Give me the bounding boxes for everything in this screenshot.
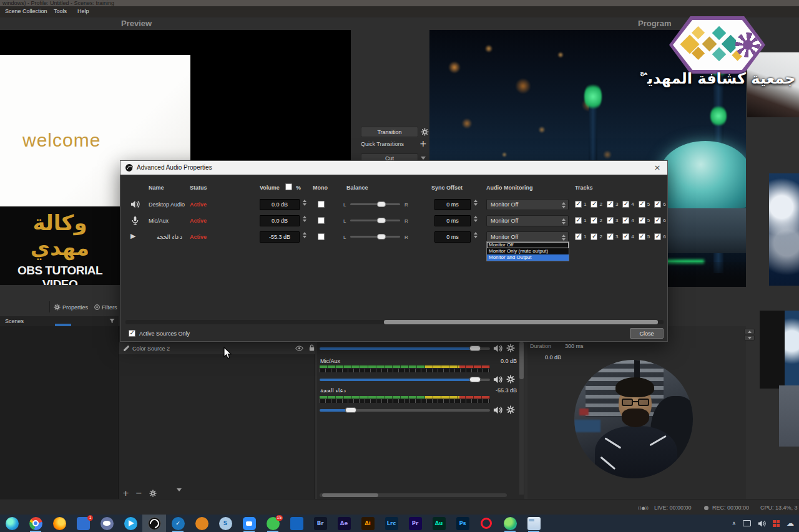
media-mute-speaker-icon[interactable] (493, 405, 502, 415)
track-5-checkbox[interactable]: 5 (639, 201, 650, 208)
taskbar-lightroom-icon[interactable]: Lrc (380, 515, 403, 532)
sync-spinner[interactable] (474, 216, 478, 222)
tray-display-icon[interactable] (743, 520, 751, 526)
track-1-checkbox[interactable]: 1 (575, 217, 586, 224)
track-4-checkbox[interactable]: 4 (622, 217, 634, 224)
taskbar-check-app-icon[interactable]: ✓ (166, 515, 190, 532)
scenes-list[interactable] (0, 326, 119, 499)
mic-mute-speaker-icon[interactable] (493, 375, 502, 384)
desktop-audio-gear-icon[interactable] (506, 344, 515, 352)
source-properties-gear-icon[interactable] (149, 490, 157, 497)
volume-spinner[interactable] (303, 200, 306, 206)
remove-source-button[interactable]: − (135, 488, 142, 498)
mono-checkbox[interactable] (318, 217, 325, 224)
mono-checkbox[interactable] (318, 201, 325, 208)
taskbar-bridge-icon[interactable]: Br (308, 515, 332, 532)
taskbar-firefox-icon[interactable] (47, 515, 71, 532)
taskbar-edge-icon[interactable] (0, 515, 24, 532)
taskbar-zoom-icon[interactable] (237, 515, 261, 532)
mixer-horizontal-scrollbar[interactable] (320, 493, 507, 497)
taskbar-chrome-icon[interactable] (24, 515, 47, 532)
track-6-checkbox[interactable]: 6 (654, 201, 665, 208)
taskbar-grid-app-icon[interactable] (285, 515, 308, 532)
taskbar-obs-icon[interactable] (142, 515, 166, 532)
sync-offset-input[interactable]: 0 ms (434, 199, 471, 210)
mic-volume-slider[interactable] (320, 379, 490, 381)
taskbar-photoshop-icon[interactable]: Ps (451, 515, 474, 532)
dialog-titlebar[interactable]: Advanced Audio Properties × (120, 161, 667, 175)
volume-input[interactable]: 0.0 dB (260, 215, 300, 226)
monitoring-option[interactable]: Monitor Off (487, 242, 569, 248)
track-3-checkbox[interactable]: 3 (607, 201, 618, 208)
taskbar-photos-icon[interactable]: 1 (71, 515, 95, 532)
track-3-checkbox[interactable]: 3 (607, 233, 618, 240)
menu-help[interactable]: Help (77, 8, 89, 14)
balance-slider[interactable] (350, 203, 400, 205)
menu-tools[interactable]: Tools (54, 8, 67, 14)
mixer-vertical-scrollbar[interactable] (519, 339, 524, 495)
audio-monitoring-select[interactable]: Monitor Off (486, 215, 569, 226)
taskbar-explorer-icon[interactable] (522, 515, 546, 532)
menu-scene-collection[interactable]: Scene Collection (5, 8, 47, 14)
mic-gear-icon[interactable] (506, 375, 515, 384)
taskbar-premiere-icon[interactable]: Pr (403, 515, 427, 532)
desktop-audio-mute-speaker-icon[interactable] (493, 344, 502, 353)
track-1-checkbox[interactable]: 1 (575, 233, 586, 240)
sync-offset-input[interactable]: 0 ms (434, 215, 471, 226)
active-sources-only-label[interactable]: Active Sources Only (139, 331, 190, 337)
tray-cloud-icon[interactable]: ☁ (787, 519, 794, 528)
properties-button[interactable]: Properties (62, 304, 88, 311)
track-2-checkbox[interactable]: 2 (591, 233, 602, 240)
sync-spinner[interactable] (474, 200, 478, 206)
taskbar-opera-icon[interactable] (474, 515, 498, 532)
volume-input[interactable]: -55.3 dB (260, 231, 300, 243)
taskbar-after-effects-icon[interactable]: Ae (332, 515, 356, 532)
taskbar-discord-icon[interactable] (95, 515, 119, 532)
track-5-checkbox[interactable]: 5 (639, 233, 650, 240)
track-4-checkbox[interactable]: 4 (622, 233, 634, 240)
close-button[interactable]: Close (630, 328, 664, 339)
properties-gear-icon[interactable] (54, 304, 61, 311)
taskbar-illustrator-icon[interactable]: Ai (356, 515, 380, 532)
tray-speaker-icon[interactable] (758, 520, 766, 528)
track-2-checkbox[interactable]: 2 (591, 201, 602, 208)
duration-value[interactable]: 300 ms (565, 343, 584, 349)
track-6-checkbox[interactable]: 6 (654, 233, 665, 240)
source-name[interactable]: Color Source 2 (132, 346, 170, 352)
sync-offset-input[interactable]: 0 ms (434, 231, 471, 243)
balance-slider[interactable] (350, 220, 400, 221)
track-5-checkbox[interactable]: 5 (639, 217, 650, 224)
transition-gear-icon[interactable] (421, 128, 429, 136)
monitoring-option[interactable]: Monitor Only (mute output) (487, 248, 569, 254)
balance-slider[interactable] (350, 236, 400, 238)
media-gear-icon[interactable] (506, 405, 515, 414)
sync-spinner[interactable] (474, 232, 478, 238)
volume-spinner[interactable] (303, 216, 306, 222)
track-2-checkbox[interactable]: 2 (591, 217, 602, 224)
volume-spinner[interactable] (303, 232, 306, 238)
spinner-up-button[interactable] (744, 329, 755, 334)
active-sources-only-checkbox[interactable] (129, 330, 135, 337)
add-quick-transition-button[interactable]: + (419, 140, 427, 147)
taskbar-skype-icon[interactable]: S (213, 515, 237, 532)
dialog-horizontal-scrollbar[interactable] (125, 320, 664, 324)
taskbar-whatsapp-icon[interactable]: 15 (261, 515, 285, 532)
volume-input[interactable]: 0.0 dB (260, 199, 300, 210)
taskbar-audition-icon[interactable]: Au (427, 515, 451, 532)
media-volume-slider[interactable] (320, 409, 490, 412)
lock-icon[interactable] (308, 344, 316, 352)
track-6-checkbox[interactable]: 6 (654, 217, 665, 224)
volume-percent-checkbox[interactable] (285, 183, 292, 190)
track-4-checkbox[interactable]: 4 (622, 201, 634, 208)
taskbar-telegram-icon[interactable] (119, 515, 142, 532)
audio-monitoring-select[interactable]: Monitor Off (486, 199, 569, 210)
add-source-button[interactable]: + (122, 488, 129, 498)
taskbar-globe-app-icon[interactable] (498, 515, 522, 532)
filters-button[interactable]: Filters (102, 304, 117, 311)
monitoring-option[interactable]: Monitor and Output (487, 254, 569, 261)
desktop-audio-volume-slider[interactable] (320, 347, 490, 350)
filters-icon[interactable] (94, 304, 100, 311)
track-3-checkbox[interactable]: 3 (607, 217, 618, 224)
tray-red-app-icon[interactable] (773, 520, 780, 527)
eye-visibility-icon[interactable] (295, 344, 303, 352)
